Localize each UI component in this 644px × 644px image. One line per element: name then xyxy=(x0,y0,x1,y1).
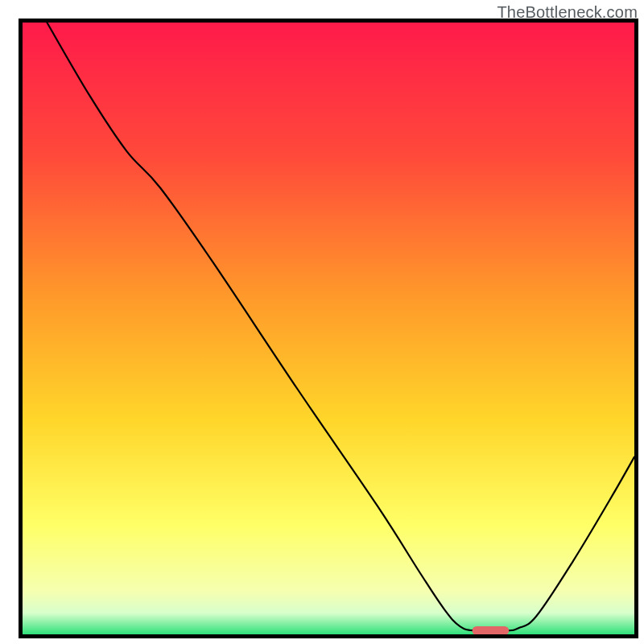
optimum-marker xyxy=(473,626,510,635)
chart-container: TheBottleneck.com xyxy=(0,0,644,644)
watermark-text: TheBottleneck.com xyxy=(497,3,638,22)
gradient-background xyxy=(23,23,634,634)
chart-svg xyxy=(0,0,644,644)
